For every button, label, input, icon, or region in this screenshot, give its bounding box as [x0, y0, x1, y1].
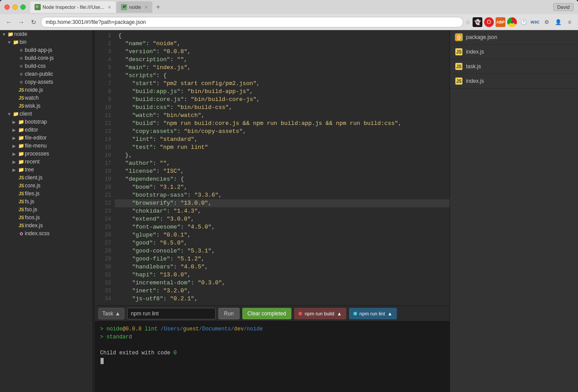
tab-node-inspector[interactable]: 🔍 Node Inspector - file:///Use... ✕: [30, 1, 116, 13]
tree-arrow-tree: ▶: [12, 167, 18, 172]
code-line-34: "js-utf8": "0.2.1",: [115, 295, 450, 303]
tree-item-noide-js[interactable]: JS noide.js: [0, 86, 93, 94]
settings-icon[interactable]: ⚙: [542, 17, 551, 27]
terminal-output: > noide@0.0.8 lint /Users/guest/Document…: [95, 321, 450, 392]
tree-item-index-scss[interactable]: ✿ index.scss: [0, 229, 93, 237]
browser-frame: 🔍 Node Inspector - file:///Use... ✕ 🏴 no…: [0, 0, 578, 392]
tree-arrow-client: ▼: [7, 112, 12, 116]
tab-close-noide[interactable]: ✕: [144, 5, 148, 10]
tree-item-fs-js[interactable]: JS fs.js: [0, 198, 93, 206]
tree-item-index-js[interactable]: JS index.js: [0, 221, 93, 229]
tree-item-tree[interactable]: ▶ 📁 tree: [0, 166, 93, 174]
maximize-button[interactable]: [20, 4, 26, 10]
code-line-25: "font-awesome": "4.5.0",: [115, 223, 450, 231]
code-line-29: "good-file": "5.1.2",: [115, 255, 450, 263]
url-input[interactable]: [41, 17, 463, 27]
back-button[interactable]: ←: [4, 17, 14, 27]
build-pill-label: npm run build: [305, 311, 334, 316]
tree-item-watch[interactable]: JS watch: [0, 94, 93, 102]
w3c-icon[interactable]: W3C: [530, 17, 540, 27]
clear-completed-button[interactable]: Clear completed: [242, 308, 291, 319]
tree-item-editor[interactable]: ▶ 📁 editor: [0, 126, 93, 134]
menu-icon[interactable]: ≡: [565, 17, 574, 27]
person-icon[interactable]: 👤: [553, 17, 563, 27]
tree-item-build-css[interactable]: ≡ build-css: [0, 62, 93, 70]
new-tab-button[interactable]: +: [153, 3, 163, 11]
rp-icon-index-js-1: JS: [455, 48, 462, 55]
tree-arrow-file-menu: ▶: [12, 144, 18, 148]
tree-root-noide[interactable]: ▼ 📁 noide: [0, 30, 93, 38]
code-line-33: "inert": "3.2.0",: [115, 287, 450, 295]
rp-item-index-js-2[interactable]: JS index.js: [450, 74, 578, 89]
tab-noide[interactable]: 🏴 noide ✕: [116, 1, 152, 13]
code-line-32: "incremental-dom": "0.3.0",: [115, 279, 450, 287]
code-line-21: "bootstrap-sass": "3.3.6",: [115, 191, 450, 199]
tree-item-file-menu[interactable]: ▶ 📁 file-menu: [0, 142, 93, 150]
bookmark-button[interactable]: ☆: [465, 19, 471, 26]
tab-close-node[interactable]: ✕: [108, 5, 111, 10]
tree-item-files-js[interactable]: JS files.js: [0, 190, 93, 198]
js-icon-core: JS: [18, 183, 25, 188]
close-button[interactable]: [4, 4, 10, 10]
abp-icon[interactable]: ABP: [496, 17, 505, 27]
tree-label-client: client: [19, 111, 32, 117]
tree-label-file-menu: file-menu: [25, 143, 47, 149]
js-icon-watch: JS: [18, 96, 25, 101]
tree-item-fso-js[interactable]: JS fso.js: [0, 206, 93, 213]
user-button[interactable]: David: [553, 3, 574, 11]
task-input[interactable]: [127, 308, 216, 319]
refresh-button[interactable]: ↻: [28, 17, 39, 27]
opera-icon[interactable]: O: [484, 17, 494, 27]
folder-icon-client: 📁: [12, 111, 19, 117]
tree-item-build-app-js[interactable]: ≡ build-app-js: [0, 46, 93, 54]
tree-item-fsos-js[interactable]: JS fsos.js: [0, 213, 93, 221]
tree-item-bootstrap[interactable]: ▶ 📁 bootstrap: [0, 118, 93, 126]
tree-item-processes[interactable]: ▶ 📁 processes: [0, 150, 93, 158]
terminal-version-num: @0.0.8: [122, 326, 141, 332]
tree-item-client[interactable]: ▼ 📁 client: [0, 110, 93, 118]
ghost-icon[interactable]: 👻: [473, 17, 482, 27]
tree-label-fsos-js: fsos.js: [25, 214, 40, 221]
file-icon-build-css: ≡: [18, 63, 25, 69]
terminal-line-2: > standard: [100, 333, 444, 341]
tree-label-processes: processes: [25, 151, 49, 157]
npm-run-lint-pill[interactable]: npm run lint ▲: [349, 308, 397, 319]
clock-icon[interactable]: 🕐: [519, 17, 528, 27]
rp-icon-index-js-2: JS: [455, 78, 462, 85]
chrome-icon[interactable]: ●: [507, 17, 517, 27]
rp-item-index-js-1[interactable]: JS index.js: [450, 45, 578, 59]
tree-item-core-js[interactable]: JS core.js: [0, 182, 93, 190]
minimize-button[interactable]: [12, 4, 18, 10]
tree-item-client-js[interactable]: JS client.js: [0, 174, 93, 182]
tree-label-index-scss: index.scss: [25, 230, 50, 237]
js-icon-wisk: JS: [18, 104, 25, 109]
js-icon-noide: JS: [18, 88, 25, 93]
npm-run-build-pill[interactable]: npm run build ▲: [294, 308, 346, 319]
run-button[interactable]: Run: [218, 308, 240, 319]
tree-label-core-js: core.js: [25, 182, 40, 189]
code-line-9: "build:core.js": "bin/build-core-js",: [115, 96, 450, 104]
rp-item-package-json[interactable]: {} package.json: [450, 30, 578, 45]
tree-label-copy-assets: copy-assets: [25, 79, 53, 85]
tree-item-clean-public[interactable]: ≡ clean-public: [0, 70, 93, 78]
code-line-10: "build:css": "bin/build-css",: [115, 104, 450, 112]
rp-item-task-js[interactable]: JS task.js: [450, 59, 578, 74]
tab-label: Node Inspector - file:///Use...: [43, 4, 104, 10]
code-line-8: "build:app.js": "bin/build-app-js",: [115, 88, 450, 96]
tree-item-file-editor[interactable]: ▶ 📁 file-editor: [0, 134, 93, 142]
tree-item-bin[interactable]: ▼ 📁 bin: [0, 38, 93, 46]
tree-arrow-bin: ▼: [7, 40, 12, 45]
tree-item-build-core-js[interactable]: ≡ build-core-js: [0, 54, 93, 62]
tree-item-copy-assets[interactable]: ≡ copy-assets: [0, 78, 93, 86]
tree-item-wisk-js[interactable]: JS wisk.js: [0, 102, 93, 110]
task-dropdown-button[interactable]: Task ▲: [98, 308, 124, 319]
terminal-path-users: /Users/: [161, 326, 183, 332]
title-bar: 🔍 Node Inspector - file:///Use... ✕ 🏴 no…: [0, 0, 578, 14]
tree-label-fs-js: fs.js: [25, 198, 34, 205]
code-content[interactable]: { "name": "noide", "version": "0.0.8", "…: [115, 30, 450, 305]
terminal-prompt-symbol: >: [100, 326, 106, 332]
tree-label-bin: bin: [19, 39, 27, 45]
tree-item-recent[interactable]: ▶ 📁 recent: [0, 158, 93, 166]
forward-button[interactable]: →: [16, 17, 27, 27]
node-inspector-icon: 🔍: [35, 4, 41, 10]
